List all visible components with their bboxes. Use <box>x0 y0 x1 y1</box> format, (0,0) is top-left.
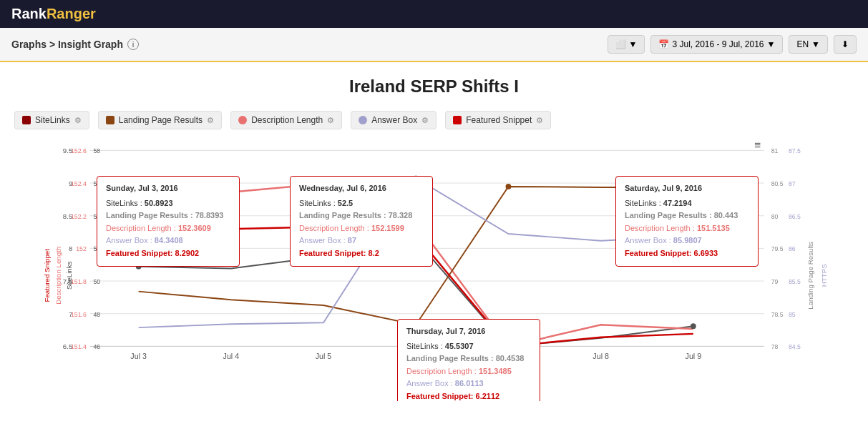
svg-text:84.5: 84.5 <box>789 343 801 350</box>
svg-text:Jul 6: Jul 6 <box>408 352 424 360</box>
svg-text:Landing Page Results: Landing Page Results <box>806 242 814 310</box>
legend-snippet[interactable]: Featured Snippet ⚙ <box>445 111 551 129</box>
chevron-down-icon-3: ▼ <box>811 39 820 49</box>
snippet-dot <box>453 116 462 124</box>
legend-desc[interactable]: Description Length ⚙ <box>230 111 342 129</box>
svg-text:52: 52 <box>93 245 100 252</box>
sitelinks-point-jul6 <box>413 237 419 243</box>
answer-box-line <box>139 178 693 327</box>
topbar: Graphs > Insight Graph i ⬜ ▼ 📅 3 Jul, 20… <box>0 28 868 62</box>
svg-text:151.6: 151.6 <box>71 311 87 318</box>
svg-text:Description Length: Description Length <box>54 247 62 305</box>
svg-text:50: 50 <box>93 278 100 285</box>
snippet-line <box>139 227 693 346</box>
svg-text:85.5: 85.5 <box>789 278 801 285</box>
gear-icon-answer[interactable]: ⚙ <box>421 116 429 125</box>
language-label: EN <box>796 39 809 49</box>
svg-text:152.2: 152.2 <box>71 213 87 220</box>
svg-text:48: 48 <box>93 311 100 318</box>
svg-text:Jul 8: Jul 8 <box>593 352 609 360</box>
date-range-button[interactable]: 📅 3 Jul, 2016 - 9 Jul, 2016 ▼ <box>650 35 783 54</box>
sitelinks-point-jul3 <box>136 264 142 270</box>
chart-container: 9.5 9 8.5 8 7.5 7 6.5 152.6 152.4 152.2 … <box>7 137 861 401</box>
svg-text:79.5: 79.5 <box>771 245 784 252</box>
gear-icon-landing[interactable]: ⚙ <box>207 116 214 125</box>
svg-text:78.5: 78.5 <box>771 311 784 318</box>
title-area: Ireland SERP Shifts I <box>0 62 868 104</box>
svg-text:79: 79 <box>771 278 779 285</box>
gear-icon-snippet[interactable]: ⚙ <box>536 116 543 125</box>
breadcrumb: Graphs > Insight Graph i <box>11 39 139 50</box>
svg-text:86: 86 <box>789 245 796 252</box>
svg-text:80: 80 <box>771 213 779 220</box>
header-controls: ⬜ ▼ 📅 3 Jul, 2016 - 9 Jul, 2016 ▼ EN ▼ ⬇ <box>608 35 857 54</box>
legend-sitelinks[interactable]: SiteLinks ⚙ <box>14 111 89 129</box>
chart-svg: 9.5 9 8.5 8 7.5 7 6.5 152.6 152.4 152.2 … <box>7 137 861 380</box>
desc-length-line <box>139 184 693 346</box>
landing-point-jul9 <box>691 184 696 190</box>
svg-text:54: 54 <box>93 213 100 220</box>
info-icon[interactable]: i <box>127 39 139 50</box>
download-icon: ⬇ <box>842 39 849 49</box>
svg-text:Jul 4: Jul 4 <box>223 352 240 360</box>
svg-text:SiteLinks: SiteLinks <box>65 261 73 290</box>
svg-text:87.5: 87.5 <box>789 147 801 154</box>
gear-icon-sitelinks[interactable]: ⚙ <box>74 116 82 125</box>
legend: SiteLinks ⚙ Landing Page Results ⚙ Descr… <box>0 104 868 137</box>
answer-dot <box>359 116 367 124</box>
graph-icon: ⬜ <box>615 39 626 49</box>
answer-point-jul6 <box>413 175 419 181</box>
landing-point-jul7 <box>506 184 512 189</box>
svg-text:86.5: 86.5 <box>789 213 801 220</box>
language-button[interactable]: EN ▼ <box>789 35 828 54</box>
legend-snippet-label: Featured Snippet <box>466 115 532 125</box>
svg-text:85: 85 <box>789 311 796 318</box>
svg-text:152: 152 <box>76 245 87 252</box>
sitelinks-point-jul9 <box>691 323 696 329</box>
svg-text:80.5: 80.5 <box>771 180 784 187</box>
svg-text:78: 78 <box>771 343 779 350</box>
page-title: Ireland SERP Shifts I <box>0 77 868 97</box>
download-button[interactable]: ⬇ <box>834 35 857 54</box>
header: RankRanger <box>0 0 868 28</box>
svg-text:152.4: 152.4 <box>71 180 87 187</box>
sitelinks-line <box>139 240 693 347</box>
legend-landing-label: Landing Page Results <box>119 115 203 125</box>
svg-text:152.6: 152.6 <box>71 147 87 154</box>
svg-text:≡: ≡ <box>754 139 761 151</box>
chevron-down-icon: ▼ <box>629 39 638 49</box>
svg-text:58: 58 <box>93 147 100 154</box>
gear-icon-desc[interactable]: ⚙ <box>327 116 334 125</box>
legend-landing[interactable]: Landing Page Results ⚙ <box>98 111 222 129</box>
svg-text:Featured Snippet: Featured Snippet <box>43 249 51 302</box>
sitelinks-point-jul7 <box>506 343 512 349</box>
logo: RankRanger <box>11 6 96 22</box>
calendar-icon: 📅 <box>658 39 669 49</box>
svg-text:Jul 5: Jul 5 <box>316 352 332 360</box>
svg-text:151.4: 151.4 <box>71 343 87 350</box>
legend-sitelinks-label: SiteLinks <box>35 115 70 125</box>
tooltip-jul7-snippet: Featured Snippet: 6.2112 <box>406 390 531 401</box>
chevron-down-icon-2: ▼ <box>767 39 776 49</box>
legend-answer-label: Answer Box <box>371 115 417 125</box>
svg-text:46: 46 <box>93 343 100 350</box>
landing-dot <box>106 116 114 124</box>
tooltip-jul7-answer: Answer Box : 86.0113 <box>406 378 531 390</box>
svg-text:81: 81 <box>771 147 779 154</box>
sitelinks-dot <box>22 116 31 124</box>
svg-text:Jul 9: Jul 9 <box>686 352 702 360</box>
svg-text:Jul 3: Jul 3 <box>130 352 147 360</box>
date-range-label: 3 Jul, 2016 - 9 Jul, 2016 <box>672 39 764 49</box>
logo-rank: Rank <box>11 6 47 21</box>
logo-ranger: Ranger <box>47 6 96 21</box>
svg-text:87: 87 <box>789 180 796 187</box>
graph-type-button[interactable]: ⬜ ▼ <box>608 35 645 54</box>
landing-line <box>139 187 693 325</box>
svg-text:HTTPS: HTTPS <box>820 264 828 287</box>
svg-text:56: 56 <box>93 180 100 187</box>
legend-desc-label: Description Length <box>251 115 323 125</box>
legend-answer[interactable]: Answer Box ⚙ <box>351 111 437 129</box>
desc-dot <box>238 116 247 124</box>
svg-text:8: 8 <box>69 245 72 252</box>
svg-text:Jul 7: Jul 7 <box>500 352 517 360</box>
